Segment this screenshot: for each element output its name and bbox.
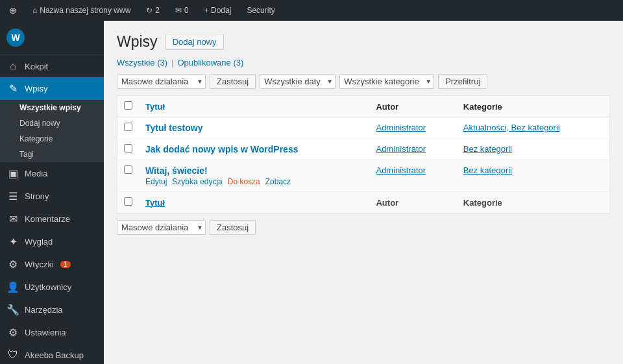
row3-view-link[interactable]: Zobacz <box>265 177 291 186</box>
row3-author-cell: Administrator <box>369 160 456 192</box>
row3-author-link[interactable]: Administrator <box>376 165 426 175</box>
bulk-actions-wrapper: Masowe działania Edytuj Przenieś do kosz… <box>117 74 206 89</box>
footer-select-all-checkbox[interactable] <box>124 197 132 206</box>
row1-title-link[interactable]: Tytuł testowy <box>145 123 202 133</box>
apply-button-bottom[interactable]: Zastosuj <box>210 220 256 235</box>
all-dates-select[interactable]: Wszystkie daty Grudzień 2023 Listopad 20… <box>260 74 336 89</box>
wtyczki-badge: 1 <box>60 261 71 268</box>
sidebar-label-akeeba: Akeeba Backup <box>25 350 84 360</box>
wyglad-icon: ✦ <box>6 236 19 248</box>
adminbar-updates[interactable]: ↻ 2 <box>142 0 164 21</box>
adminbar-home-icon: ⌂ <box>32 6 37 15</box>
layout: W ⌂ Kokpit ✎ Wpisy Wszystkie wpisy Dodaj… <box>0 21 623 364</box>
row3-title-link[interactable]: Witaj, świecie! <box>145 165 208 176</box>
row1-checkbox[interactable] <box>124 123 132 131</box>
filter-button[interactable]: Przefiltruj <box>438 74 487 89</box>
wpisy-icon: ✎ <box>6 82 19 95</box>
sidebar-label-uzytkownicy: Użytkownicy <box>25 282 71 292</box>
footer-title-link[interactable]: Tytuł <box>145 198 165 208</box>
add-new-button[interactable]: Dodaj nowy <box>165 34 224 50</box>
sidebar-item-narzedzia[interactable]: 🔧 Narzędzia <box>0 298 104 321</box>
submenu-kategorie[interactable]: Kategorie <box>0 131 104 147</box>
footer-author-label: Autor <box>376 198 398 208</box>
sidebar-logo[interactable]: W <box>0 21 104 55</box>
footer-title-col: Tytuł <box>139 192 369 213</box>
row3-checkbox[interactable] <box>124 165 132 174</box>
sidebar: W ⌂ Kokpit ✎ Wpisy Wszystkie wpisy Dodaj… <box>0 21 104 364</box>
row3-quick-edit-link[interactable]: Szybka edycja <box>172 177 222 186</box>
sidebar-item-uzytkownicy[interactable]: 👤 Użytkownicy <box>0 276 104 298</box>
page-title: Wpisy <box>117 34 158 49</box>
sidebar-item-kokpit[interactable]: ⌂ Kokpit <box>0 55 104 77</box>
row1-author-cell: Administrator <box>369 117 456 139</box>
submenu-tagi[interactable]: Tagi <box>0 147 104 162</box>
sidebar-submenu-wpisy: Wszystkie wpisy Dodaj nowy Kategorie Tag… <box>0 100 104 162</box>
filter-opublikowane[interactable]: Opublikowane (3) <box>177 58 243 67</box>
table-row: Jak dodać nowy wpis w WordPress Administ… <box>117 139 610 160</box>
bulk-actions-select[interactable]: Masowe działania Edytuj Przenieś do kosz… <box>117 74 206 89</box>
row3-actions: Edytuj Szybka edycja Do kosza Zobacz <box>145 177 363 186</box>
col-categories-header: Kategorie <box>457 96 610 117</box>
filter-wszystkie[interactable]: Wszystkie (3) <box>117 58 167 67</box>
row3-trash-link[interactable]: Do kosza <box>228 177 260 186</box>
wp-logo-badge: W <box>6 29 25 47</box>
table-row: Witaj, świecie! Edytuj Szybka edycja Do … <box>117 160 610 192</box>
row3-categories-link[interactable]: Bez kategorii <box>463 165 512 175</box>
sidebar-item-komentarze[interactable]: ✉ Komentarze <box>0 208 104 230</box>
sidebar-item-wpisy[interactable]: ✎ Wpisy <box>0 77 104 100</box>
footer-categories-label: Kategorie <box>463 198 502 208</box>
col-title-header[interactable]: Tytuł <box>139 96 369 117</box>
filter-separator: | <box>171 58 173 67</box>
all-dates-wrapper: Wszystkie daty Grudzień 2023 Listopad 20… <box>260 74 336 89</box>
sidebar-item-ustawienia[interactable]: ⚙ Ustawienia <box>0 321 104 344</box>
table-footer-row: Tytuł Autor Kategorie <box>117 192 610 213</box>
submenu-wszystkie-wpisy[interactable]: Wszystkie wpisy <box>0 100 104 115</box>
adminbar-wp-logo[interactable]: ⊕ <box>5 0 21 21</box>
submenu-dodaj-nowy[interactable]: Dodaj nowy <box>0 115 104 131</box>
row1-author-link[interactable]: Administrator <box>376 123 426 132</box>
row1-check <box>117 117 140 139</box>
bottom-bulk-actions-select[interactable]: Masowe działania Edytuj Przenieś do kosz… <box>117 220 206 235</box>
row2-categories-link[interactable]: Bez kategorii <box>463 144 512 154</box>
sidebar-label-wyglad: Wygląd <box>25 237 53 247</box>
select-all-checkbox[interactable] <box>124 101 132 110</box>
row1-title-cell: Tytuł testowy <box>139 117 369 139</box>
adminbar-security[interactable]: Security <box>243 0 278 21</box>
sidebar-item-wyglad[interactable]: ✦ Wygląd <box>0 230 104 253</box>
row2-check <box>117 139 140 160</box>
footer-categories-col: Kategorie <box>457 192 610 213</box>
sidebar-item-akeeba[interactable]: 🛡 Akeeba Backup <box>0 344 104 364</box>
sidebar-item-wtyczki[interactable]: ⚙ Wtyczki 1 <box>0 253 104 276</box>
row2-title-link[interactable]: Jak dodać nowy wpis w WordPress <box>145 144 298 154</box>
row2-author-cell: Administrator <box>369 139 456 160</box>
komentarze-icon: ✉ <box>6 213 19 225</box>
row2-checkbox[interactable] <box>124 144 132 152</box>
adminbar-dodaj[interactable]: + Dodaj <box>201 0 236 21</box>
comments-icon: ✉ <box>175 6 182 15</box>
row1-categories-link[interactable]: Aktualności, Bez kategorii <box>463 123 560 132</box>
filter-links: Wszystkie (3) | Opublikowane (3) <box>117 58 610 67</box>
adminbar-comments[interactable]: ✉ 0 <box>171 0 193 21</box>
updates-icon: ↻ <box>146 6 153 15</box>
sidebar-label-ustawienia: Ustawienia <box>25 328 66 337</box>
sidebar-label-komentarze: Komentarze <box>25 214 70 224</box>
col-check-header <box>117 96 140 117</box>
sidebar-label-strony: Strony <box>25 191 49 201</box>
col-author-header: Autor <box>369 96 456 117</box>
wtyczki-icon: ⚙ <box>6 258 19 271</box>
row2-author-link[interactable]: Administrator <box>376 144 426 154</box>
table-header-row: Tytuł Autor Kategorie <box>117 96 610 117</box>
narzedzia-icon: 🔧 <box>6 304 19 316</box>
admin-bar: ⊕ ⌂ Nazwa naszej strony www ↻ 2 ✉ 0 + Do… <box>0 0 623 21</box>
row3-edit-link[interactable]: Edytuj <box>145 177 167 186</box>
strony-icon: ☰ <box>6 190 19 202</box>
all-categories-select[interactable]: Wszystkie kategorie Aktualności Bez kate… <box>339 74 434 89</box>
apply-button-top[interactable]: Zastosuj <box>210 74 256 89</box>
adminbar-site-name[interactable]: ⌂ Nazwa naszej strony www <box>29 0 134 21</box>
row3-title-cell: Witaj, świecie! Edytuj Szybka edycja Do … <box>139 160 369 192</box>
sidebar-item-media[interactable]: ▣ Media <box>0 162 104 185</box>
sidebar-item-strony[interactable]: ☰ Strony <box>0 185 104 208</box>
page-header: Wpisy Dodaj nowy <box>117 34 610 50</box>
media-icon: ▣ <box>6 167 19 180</box>
sidebar-label-media: Media <box>25 169 47 178</box>
